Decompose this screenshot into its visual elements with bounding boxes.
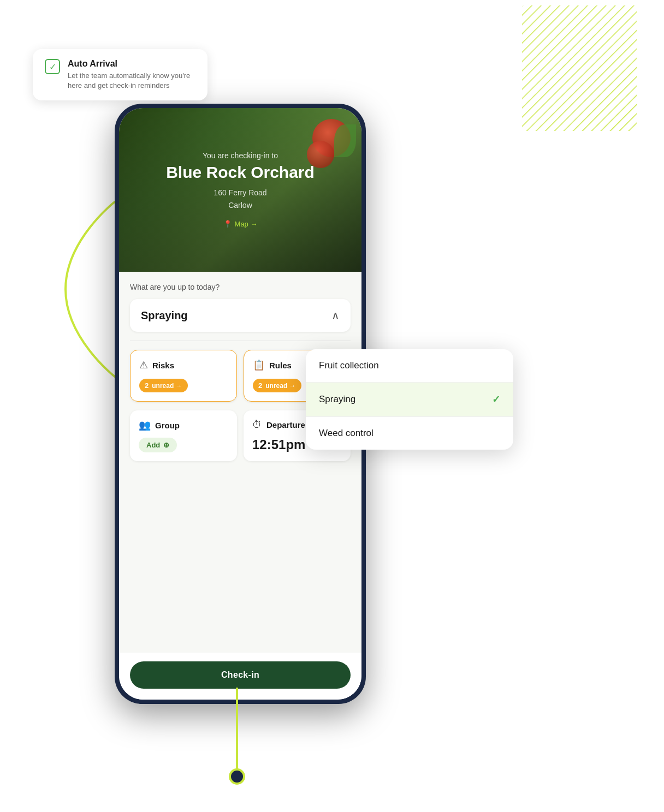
activity-selector[interactable]: Spraying ∧ [130,299,351,332]
group-card-title: Group [155,421,180,430]
checkin-button[interactable]: Check-in [130,661,351,689]
rules-badge[interactable]: 2 unread → [253,379,301,392]
check-icon: ✓ [492,393,500,405]
auto-arrival-tooltip: ✓ Auto Arrival Let the team automaticall… [33,49,208,100]
warning-icon: ⚠ [139,359,148,371]
hatch-decoration [522,5,637,131]
connector-line [236,688,238,775]
rules-count: 2 [258,381,262,390]
connector-dot [229,768,245,785]
plus-circle-icon: ⊕ [163,441,169,449]
activity-row[interactable]: Spraying ∧ [130,299,351,332]
activity-question: What are you up to today? [130,283,351,291]
group-card[interactable]: 👥 Group Add ⊕ [130,410,237,461]
divider [130,341,351,341]
clipboard-icon: 📋 [253,359,265,371]
spraying-label: Spraying [319,394,355,405]
hero-content: You are checking-in to Blue Rock Orchard… [150,151,331,229]
map-link[interactable]: 📍 Map → [223,220,258,228]
hero-subtitle: You are checking-in to [166,151,315,160]
chevron-up-icon: ∧ [331,309,340,322]
dropdown-item-fruit-collection[interactable]: Fruit collection [306,349,513,383]
activity-dropdown[interactable]: Fruit collection Spraying ✓ Weed control [306,349,513,450]
risks-card-title: Risks [152,361,174,370]
hero-address: 160 Ferry Road Carlow [166,187,315,211]
group-add-icon: 👥 [139,419,151,431]
hero-leaf-decoration [334,124,356,157]
risks-count: 2 [145,381,149,390]
add-button-label: Add [146,441,160,449]
tooltip-title: Auto Arrival [68,59,195,69]
svg-rect-1 [522,5,637,131]
rules-card-title: Rules [269,361,292,370]
fruit-collection-label: Fruit collection [319,360,379,371]
map-link-text: Map → [235,220,258,228]
clock-icon: ⏱ [252,419,262,431]
rules-badge-text: unread → [265,382,295,390]
risks-card[interactable]: ⚠ Risks 2 unread → [130,350,237,402]
risks-badge-text: unread → [152,382,182,390]
checkbox-checked-icon: ✓ [45,59,60,74]
hero-section: You are checking-in to Blue Rock Orchard… [119,108,361,272]
risks-badge[interactable]: 2 unread → [139,379,188,392]
departure-card-title: Departure [266,420,305,429]
map-pin-icon: 📍 [223,220,232,228]
hero-address-line1: 160 Ferry Road [214,188,266,197]
add-group-button[interactable]: Add ⊕ [139,438,177,452]
hero-title: Blue Rock Orchard [166,163,315,181]
content-area: What are you up to today? Spraying ∧ ⚠ R… [119,272,361,653]
dropdown-item-weed-control[interactable]: Weed control [306,417,513,450]
tooltip-description: Let the team automatically know you're h… [68,71,195,91]
checkin-bar: Check-in [119,653,361,700]
hero-address-line2: Carlow [228,201,252,210]
activity-label: Spraying [141,309,188,322]
weed-control-label: Weed control [319,428,374,439]
dropdown-item-spraying[interactable]: Spraying ✓ [306,383,513,417]
